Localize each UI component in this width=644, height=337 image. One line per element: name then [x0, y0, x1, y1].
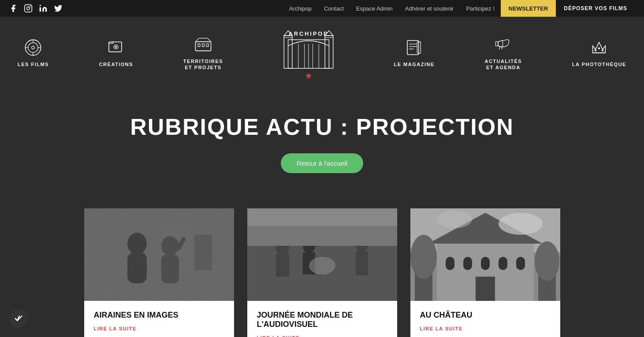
svg-rect-17: [206, 44, 208, 46]
card-3-body: AU CHÂTEAU LIRE LA SUITE 28 septembre 20…: [410, 301, 560, 337]
nav-phototheque[interactable]: LA PHOTOTHÈQUE: [572, 37, 626, 67]
svg-line-19: [208, 38, 211, 41]
top-nav: Archipop Contact Espace Admin Adhérer et…: [283, 0, 635, 17]
deposer-button[interactable]: DÉPOSER VOS FILMS: [556, 0, 635, 17]
svg-point-83: [410, 235, 437, 279]
hero-section: RUBRIQUE ACTU : PROJECTION Retour à l'ac…: [0, 87, 644, 191]
logo[interactable]: ARCHIPOP: [273, 23, 344, 81]
newsletter-button[interactable]: Newsletter: [501, 0, 556, 17]
nav-espace-admin[interactable]: Espace Admin: [350, 5, 399, 12]
svg-marker-32: [305, 72, 312, 79]
films-icon: [22, 37, 44, 59]
card-1-title: AIRAINES EN IMAGES: [94, 311, 224, 320]
svg-point-1: [27, 7, 30, 10]
svg-line-43: [501, 46, 502, 49]
magazine-icon: [403, 37, 425, 59]
nav-creations[interactable]: CRÉATIONS: [99, 37, 133, 67]
card-3-title: AU CHÂTEAU: [420, 311, 551, 320]
svg-rect-68: [356, 251, 368, 275]
svg-point-86: [499, 213, 543, 235]
svg-rect-71: [247, 208, 397, 226]
svg-point-47: [599, 48, 600, 49]
creations-icon: [105, 37, 127, 59]
top-bar: Archipop Contact Espace Admin Adhérer et…: [0, 0, 644, 17]
nav-territoires[interactable]: TERRITOIRES ET PROJETS: [183, 33, 223, 71]
card-3-link[interactable]: LIRE LA SUITE: [420, 326, 551, 331]
twitter-icon[interactable]: [54, 4, 63, 13]
card-2-image: [247, 208, 397, 301]
svg-text:ARCHIPOP: ARCHIPOP: [288, 30, 328, 37]
instagram-icon[interactable]: [24, 4, 33, 13]
card-2-title: JOURNÉE MONDIALE DE L'AUDIOVISUEL: [257, 311, 387, 329]
phototheque-icon: [588, 37, 610, 59]
nav-adherer[interactable]: Adhérer et soutenir: [399, 5, 460, 12]
svg-rect-15: [198, 44, 200, 46]
svg-rect-35: [407, 41, 419, 55]
svg-rect-62: [276, 255, 289, 277]
svg-point-6: [32, 46, 34, 49]
actualites-icon: [492, 33, 514, 56]
retour-accueil-button[interactable]: Retour à l'accueil: [281, 153, 363, 173]
territoires-label: TERRITOIRES ET PROJETS: [183, 58, 223, 71]
svg-rect-78: [481, 257, 490, 270]
svg-point-48: [602, 50, 603, 51]
card-3-image: [410, 208, 560, 301]
card-3: AU CHÂTEAU LIRE LA SUITE 28 septembre 20…: [410, 208, 560, 337]
phototheque-label: LA PHOTOTHÈQUE: [572, 61, 626, 67]
svg-point-2: [30, 6, 31, 7]
svg-point-46: [595, 50, 596, 51]
svg-point-87: [437, 211, 472, 228]
linkedin-icon[interactable]: [39, 4, 48, 13]
card-2-body: JOURNÉE MONDIALE DE L'AUDIOVISUEL LIRE L…: [247, 301, 397, 337]
svg-point-85: [535, 241, 559, 281]
svg-point-69: [309, 257, 335, 274]
nav-archipop[interactable]: Archipop: [283, 5, 318, 12]
svg-rect-77: [463, 257, 472, 270]
nav-participez[interactable]: Participez !: [460, 5, 500, 12]
hero-title: RUBRIQUE ACTU : PROJECTION: [9, 114, 635, 140]
svg-rect-16: [202, 44, 205, 46]
svg-rect-0: [25, 5, 32, 12]
svg-rect-79: [499, 257, 507, 270]
nav-actualites[interactable]: ACTUALITÉS ET AGENDA: [484, 33, 522, 71]
card-2-link[interactable]: LIRE LA SUITE: [257, 335, 387, 337]
films-label: LES FILMS: [18, 61, 49, 67]
social-links: [9, 4, 63, 13]
creations-label: CRÉATIONS: [99, 61, 133, 67]
nav-les-films[interactable]: LES FILMS: [18, 37, 49, 67]
checkmark-icon: [14, 314, 23, 323]
svg-point-13: [115, 46, 117, 48]
nav-contact[interactable]: Contact: [318, 5, 350, 12]
card-1: AIRAINES EN IMAGES LIRE LA SUITE 28 sept…: [84, 208, 234, 337]
cards-section: AIRAINES EN IMAGES LIRE LA SUITE 28 sept…: [0, 191, 644, 337]
card-1-body: AIRAINES EN IMAGES LIRE LA SUITE 28 sept…: [84, 301, 234, 337]
nav-magazine[interactable]: LE MAGAZINE: [394, 37, 435, 67]
bottom-badge[interactable]: [9, 309, 28, 328]
magazine-label: LE MAGAZINE: [394, 61, 435, 67]
svg-rect-39: [417, 42, 421, 53]
svg-rect-80: [516, 257, 525, 270]
svg-rect-41: [495, 41, 498, 46]
svg-rect-58: [84, 208, 234, 301]
svg-rect-76: [446, 257, 454, 270]
actualites-label: ACTUALITÉS ET AGENDA: [484, 58, 522, 71]
facebook-icon[interactable]: [9, 4, 18, 13]
svg-point-5: [28, 43, 38, 52]
svg-line-18: [195, 38, 199, 41]
svg-rect-81: [476, 277, 495, 301]
main-nav: LES FILMS CRÉATIONS: [0, 17, 644, 87]
svg-marker-40: [498, 40, 503, 47]
card-2: JOURNÉE MONDIALE DE L'AUDIOVISUEL LIRE L…: [247, 208, 397, 337]
card-1-image: [84, 208, 234, 301]
svg-point-3: [40, 5, 41, 6]
territoires-icon: [192, 33, 214, 56]
nav-items: LES FILMS CRÉATIONS: [18, 23, 626, 81]
card-1-link[interactable]: LIRE LA SUITE: [94, 326, 224, 331]
